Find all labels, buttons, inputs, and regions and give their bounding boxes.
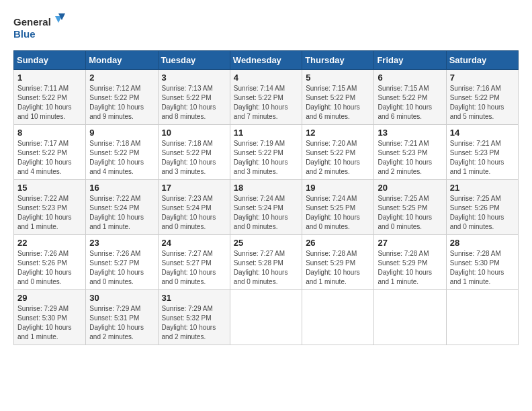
calendar-table: SundayMondayTuesdayWednesdayThursdayFrid…	[13, 50, 519, 345]
day-number: 4	[234, 73, 298, 83]
calendar-cell: 29Sunrise: 7:29 AMSunset: 5:30 PMDayligh…	[14, 290, 86, 345]
day-number: 16	[89, 183, 154, 193]
svg-text:General: General	[13, 16, 51, 28]
day-info: Sunrise: 7:25 AMSunset: 5:25 PMDaylight:…	[378, 194, 442, 232]
calendar-cell: 23Sunrise: 7:26 AMSunset: 5:27 PMDayligh…	[86, 235, 158, 290]
calendar-cell: 21Sunrise: 7:25 AMSunset: 5:26 PMDayligh…	[446, 180, 518, 235]
day-info: Sunrise: 7:28 AMSunset: 5:29 PMDaylight:…	[378, 249, 442, 287]
calendar-cell: 11Sunrise: 7:19 AMSunset: 5:22 PMDayligh…	[230, 125, 302, 180]
day-number: 26	[306, 238, 370, 248]
day-info: Sunrise: 7:23 AMSunset: 5:24 PMDaylight:…	[162, 194, 226, 232]
weekday-header: Tuesday	[158, 51, 230, 70]
calendar-cell: 31Sunrise: 7:29 AMSunset: 5:32 PMDayligh…	[158, 290, 230, 345]
day-number: 6	[378, 73, 442, 83]
day-info: Sunrise: 7:14 AMSunset: 5:22 PMDaylight:…	[234, 84, 298, 122]
day-info: Sunrise: 7:11 AMSunset: 5:22 PMDaylight:…	[17, 84, 82, 122]
day-number: 28	[450, 238, 515, 248]
calendar-cell: 25Sunrise: 7:27 AMSunset: 5:28 PMDayligh…	[230, 235, 302, 290]
calendar-header-row: SundayMondayTuesdayWednesdayThursdayFrid…	[14, 51, 519, 70]
calendar-week-row: 29Sunrise: 7:29 AMSunset: 5:30 PMDayligh…	[14, 290, 519, 345]
day-info: Sunrise: 7:22 AMSunset: 5:23 PMDaylight:…	[17, 194, 82, 232]
day-info: Sunrise: 7:21 AMSunset: 5:23 PMDaylight:…	[378, 139, 442, 177]
day-info: Sunrise: 7:28 AMSunset: 5:30 PMDaylight:…	[450, 249, 515, 287]
day-number: 23	[89, 238, 154, 248]
calendar-cell: 2Sunrise: 7:12 AMSunset: 5:22 PMDaylight…	[86, 70, 158, 125]
day-number: 11	[234, 128, 298, 138]
day-number: 18	[234, 183, 298, 193]
calendar-cell	[374, 290, 446, 345]
day-number: 2	[89, 73, 154, 83]
calendar-cell: 28Sunrise: 7:28 AMSunset: 5:30 PMDayligh…	[446, 235, 518, 290]
calendar-cell: 26Sunrise: 7:28 AMSunset: 5:29 PMDayligh…	[302, 235, 374, 290]
day-number: 9	[89, 128, 154, 138]
calendar-cell: 3Sunrise: 7:13 AMSunset: 5:22 PMDaylight…	[158, 70, 230, 125]
day-info: Sunrise: 7:12 AMSunset: 5:22 PMDaylight:…	[89, 84, 154, 122]
day-number: 12	[306, 128, 370, 138]
day-number: 22	[17, 238, 82, 248]
calendar-cell: 17Sunrise: 7:23 AMSunset: 5:24 PMDayligh…	[158, 180, 230, 235]
day-number: 13	[378, 128, 442, 138]
day-info: Sunrise: 7:28 AMSunset: 5:29 PMDaylight:…	[306, 249, 370, 287]
calendar-cell: 4Sunrise: 7:14 AMSunset: 5:22 PMDaylight…	[230, 70, 302, 125]
day-info: Sunrise: 7:20 AMSunset: 5:22 PMDaylight:…	[306, 139, 370, 177]
day-info: Sunrise: 7:13 AMSunset: 5:22 PMDaylight:…	[162, 84, 226, 122]
calendar-cell: 6Sunrise: 7:15 AMSunset: 5:22 PMDaylight…	[374, 70, 446, 125]
calendar-cell: 27Sunrise: 7:28 AMSunset: 5:29 PMDayligh…	[374, 235, 446, 290]
day-number: 7	[450, 73, 515, 83]
day-number: 29	[17, 293, 82, 303]
calendar-cell: 15Sunrise: 7:22 AMSunset: 5:23 PMDayligh…	[14, 180, 86, 235]
day-info: Sunrise: 7:27 AMSunset: 5:28 PMDaylight:…	[234, 249, 298, 287]
calendar-cell: 12Sunrise: 7:20 AMSunset: 5:22 PMDayligh…	[302, 125, 374, 180]
day-info: Sunrise: 7:17 AMSunset: 5:22 PMDaylight:…	[17, 139, 82, 177]
day-info: Sunrise: 7:29 AMSunset: 5:32 PMDaylight:…	[162, 304, 226, 342]
calendar-cell: 1Sunrise: 7:11 AMSunset: 5:22 PMDaylight…	[14, 70, 86, 125]
day-number: 27	[378, 238, 442, 248]
day-number: 20	[378, 183, 442, 193]
calendar-week-row: 15Sunrise: 7:22 AMSunset: 5:23 PMDayligh…	[14, 180, 519, 235]
weekday-header: Friday	[374, 51, 446, 70]
day-number: 8	[17, 128, 82, 138]
day-number: 5	[306, 73, 370, 83]
weekday-header: Monday	[86, 51, 158, 70]
calendar-cell	[230, 290, 302, 345]
day-number: 14	[450, 128, 515, 138]
day-number: 15	[17, 183, 82, 193]
day-info: Sunrise: 7:22 AMSunset: 5:24 PMDaylight:…	[89, 194, 154, 232]
calendar-cell: 14Sunrise: 7:21 AMSunset: 5:23 PMDayligh…	[446, 125, 518, 180]
day-info: Sunrise: 7:24 AMSunset: 5:25 PMDaylight:…	[306, 194, 370, 232]
logo: General Blue	[13, 13, 67, 44]
calendar-cell: 13Sunrise: 7:21 AMSunset: 5:23 PMDayligh…	[374, 125, 446, 180]
calendar-week-row: 1Sunrise: 7:11 AMSunset: 5:22 PMDaylight…	[14, 70, 519, 125]
calendar-cell: 18Sunrise: 7:24 AMSunset: 5:24 PMDayligh…	[230, 180, 302, 235]
day-info: Sunrise: 7:26 AMSunset: 5:26 PMDaylight:…	[17, 249, 82, 287]
day-number: 3	[162, 73, 226, 83]
day-info: Sunrise: 7:29 AMSunset: 5:30 PMDaylight:…	[17, 304, 82, 342]
day-info: Sunrise: 7:16 AMSunset: 5:22 PMDaylight:…	[450, 84, 515, 122]
calendar-cell: 10Sunrise: 7:18 AMSunset: 5:22 PMDayligh…	[158, 125, 230, 180]
day-info: Sunrise: 7:15 AMSunset: 5:22 PMDaylight:…	[306, 84, 370, 122]
calendar-cell: 19Sunrise: 7:24 AMSunset: 5:25 PMDayligh…	[302, 180, 374, 235]
calendar-cell	[302, 290, 374, 345]
day-info: Sunrise: 7:29 AMSunset: 5:31 PMDaylight:…	[89, 304, 154, 342]
calendar-body: 1Sunrise: 7:11 AMSunset: 5:22 PMDaylight…	[14, 70, 519, 345]
weekday-header: Sunday	[14, 51, 86, 70]
day-number: 25	[234, 238, 298, 248]
svg-text:Blue: Blue	[13, 28, 36, 40]
weekday-header: Thursday	[302, 51, 374, 70]
day-info: Sunrise: 7:26 AMSunset: 5:27 PMDaylight:…	[89, 249, 154, 287]
weekday-header: Wednesday	[230, 51, 302, 70]
calendar-cell: 16Sunrise: 7:22 AMSunset: 5:24 PMDayligh…	[86, 180, 158, 235]
calendar-cell: 20Sunrise: 7:25 AMSunset: 5:25 PMDayligh…	[374, 180, 446, 235]
day-info: Sunrise: 7:18 AMSunset: 5:22 PMDaylight:…	[162, 139, 226, 177]
calendar-cell: 22Sunrise: 7:26 AMSunset: 5:26 PMDayligh…	[14, 235, 86, 290]
day-info: Sunrise: 7:18 AMSunset: 5:22 PMDaylight:…	[89, 139, 154, 177]
day-number: 10	[162, 128, 226, 138]
day-number: 1	[17, 73, 82, 83]
day-number: 31	[162, 293, 226, 303]
calendar-cell: 8Sunrise: 7:17 AMSunset: 5:22 PMDaylight…	[14, 125, 86, 180]
day-info: Sunrise: 7:27 AMSunset: 5:27 PMDaylight:…	[162, 249, 226, 287]
day-info: Sunrise: 7:15 AMSunset: 5:22 PMDaylight:…	[378, 84, 442, 122]
calendar-cell: 9Sunrise: 7:18 AMSunset: 5:22 PMDaylight…	[86, 125, 158, 180]
day-info: Sunrise: 7:19 AMSunset: 5:22 PMDaylight:…	[234, 139, 298, 177]
day-number: 24	[162, 238, 226, 248]
